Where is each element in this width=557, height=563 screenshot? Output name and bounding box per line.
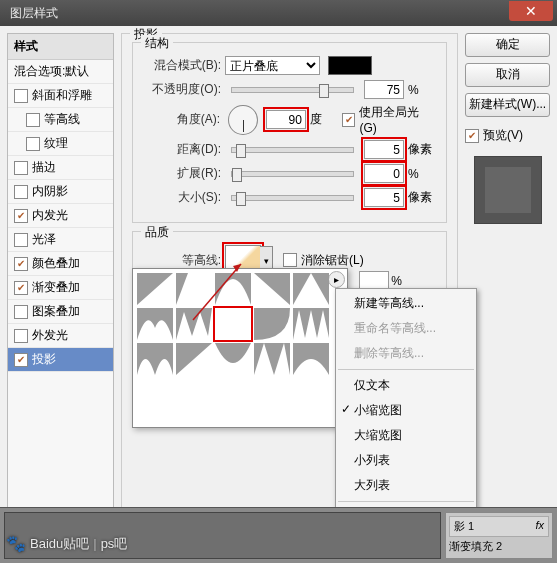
effect-label: 内发光 xyxy=(32,207,68,224)
menu-rename-contour: 重命名等高线... xyxy=(336,316,476,341)
global-light-checkbox[interactable] xyxy=(342,113,356,127)
group-label: 品质 xyxy=(141,224,173,241)
preview-label: 预览(V) xyxy=(483,127,523,144)
effect-label: 投影 xyxy=(32,351,56,368)
contour-option[interactable] xyxy=(176,273,212,305)
menu-small-thumb[interactable]: 小缩览图 xyxy=(336,398,476,423)
contour-option[interactable] xyxy=(137,343,173,375)
angle-label: 角度(A): xyxy=(143,111,220,128)
contour-option[interactable] xyxy=(293,343,329,375)
new-style-button[interactable]: 新建样式(W)... xyxy=(465,93,550,117)
antialias-checkbox[interactable] xyxy=(283,253,297,267)
antialias-label: 消除锯齿(L) xyxy=(301,252,364,269)
unit-px: 像素 xyxy=(408,141,436,158)
contour-option[interactable] xyxy=(176,343,212,375)
effect-row-0[interactable]: 斜面和浮雕 xyxy=(8,84,113,108)
effect-row-8[interactable]: 渐变叠加 xyxy=(8,276,113,300)
contour-option[interactable] xyxy=(137,308,173,340)
spread-input[interactable] xyxy=(364,164,404,183)
contour-option[interactable] xyxy=(293,273,329,305)
effect-checkbox[interactable] xyxy=(14,281,28,295)
effect-label: 渐变叠加 xyxy=(32,279,80,296)
menu-small-list[interactable]: 小列表 xyxy=(336,448,476,473)
spread-slider[interactable] xyxy=(231,171,354,177)
menu-new-contour[interactable]: 新建等高线... xyxy=(336,291,476,316)
effect-checkbox[interactable] xyxy=(14,305,28,319)
effect-label: 纹理 xyxy=(44,135,68,152)
effect-row-6[interactable]: 光泽 xyxy=(8,228,113,252)
size-slider[interactable] xyxy=(231,195,354,201)
angle-input[interactable] xyxy=(266,110,306,129)
unit-percent: % xyxy=(408,83,436,97)
effect-label: 描边 xyxy=(32,159,56,176)
opacity-slider[interactable] xyxy=(231,87,354,93)
contour-option[interactable] xyxy=(254,343,290,375)
effect-checkbox[interactable] xyxy=(14,89,28,103)
effect-label: 光泽 xyxy=(32,231,56,248)
distance-slider[interactable] xyxy=(231,147,354,153)
effect-checkbox[interactable] xyxy=(14,329,28,343)
ok-button[interactable]: 确定 xyxy=(465,33,550,57)
effect-checkbox[interactable] xyxy=(14,257,28,271)
effect-row-11[interactable]: 投影 xyxy=(8,348,113,372)
menu-text-only[interactable]: 仅文本 xyxy=(336,373,476,398)
effect-checkbox[interactable] xyxy=(14,161,28,175)
effect-row-4[interactable]: 内阴影 xyxy=(8,180,113,204)
angle-dial[interactable] xyxy=(228,105,258,135)
watermark: 🐾 Bai​d​u贴吧 | ps吧 xyxy=(6,534,127,553)
blend-mode-select[interactable]: 正片叠底 xyxy=(225,56,320,75)
styles-header: 样式 xyxy=(8,34,113,60)
effect-label: 斜面和浮雕 xyxy=(32,87,92,104)
menu-large-thumb[interactable]: 大缩览图 xyxy=(336,423,476,448)
spread-label: 扩展(R): xyxy=(143,165,221,182)
effect-row-1[interactable]: 等高线 xyxy=(8,108,113,132)
shadow-color-swatch[interactable] xyxy=(328,56,372,75)
preview-checkbox[interactable] xyxy=(465,129,479,143)
contour-option[interactable] xyxy=(215,308,251,340)
effect-label: 外发光 xyxy=(32,327,68,344)
effect-checkbox[interactable] xyxy=(14,209,28,223)
blend-options-row[interactable]: 混合选项:默认 xyxy=(8,60,113,84)
group-label: 结构 xyxy=(141,35,173,52)
contour-option[interactable] xyxy=(254,273,290,305)
contour-option[interactable] xyxy=(176,308,212,340)
effect-label: 图案叠加 xyxy=(32,303,80,320)
preview-thumbnail xyxy=(474,156,542,224)
effect-row-5[interactable]: 内发光 xyxy=(8,204,113,228)
contour-option[interactable] xyxy=(137,273,173,305)
unit-percent: % xyxy=(391,274,402,288)
blend-mode-label: 混合模式(B): xyxy=(143,57,221,74)
contour-option[interactable] xyxy=(215,273,251,305)
size-input[interactable] xyxy=(364,188,404,207)
unit-percent: % xyxy=(408,167,436,181)
effect-checkbox[interactable] xyxy=(14,233,28,247)
contour-label: 等高线: xyxy=(143,252,221,269)
picker-flyout-icon[interactable]: ▸ xyxy=(328,271,345,288)
menu-large-list[interactable]: 大列表 xyxy=(336,473,476,498)
effect-checkbox[interactable] xyxy=(26,137,40,151)
effect-row-2[interactable]: 纹理 xyxy=(8,132,113,156)
effect-row-3[interactable]: 描边 xyxy=(8,156,113,180)
distance-input[interactable] xyxy=(364,140,404,159)
effect-checkbox[interactable] xyxy=(26,113,40,127)
contour-picker-popup: ▸ % xyxy=(132,268,348,428)
cancel-button[interactable]: 取消 xyxy=(465,63,550,87)
effect-row-7[interactable]: 颜色叠加 xyxy=(8,252,113,276)
paw-icon: 🐾 xyxy=(6,534,26,553)
unit-px: 像素 xyxy=(408,189,436,206)
effect-label: 等高线 xyxy=(44,111,80,128)
layer-row[interactable]: 渐变填充 2 xyxy=(449,539,549,554)
effect-checkbox[interactable] xyxy=(14,353,28,367)
menu-delete-contour: 删除等高线... xyxy=(336,341,476,366)
opacity-input[interactable] xyxy=(364,80,404,99)
effect-label: 颜色叠加 xyxy=(32,255,80,272)
size-label: 大小(S): xyxy=(143,189,221,206)
window-close-button[interactable]: ✕ xyxy=(509,1,553,21)
contour-option[interactable] xyxy=(215,343,251,375)
contour-option[interactable] xyxy=(254,308,290,340)
effect-row-9[interactable]: 图案叠加 xyxy=(8,300,113,324)
layers-mini-panel: 影 1 fx 渐变填充 2 xyxy=(445,512,553,559)
effect-checkbox[interactable] xyxy=(14,185,28,199)
effect-row-10[interactable]: 外发光 xyxy=(8,324,113,348)
contour-option[interactable] xyxy=(293,308,329,340)
